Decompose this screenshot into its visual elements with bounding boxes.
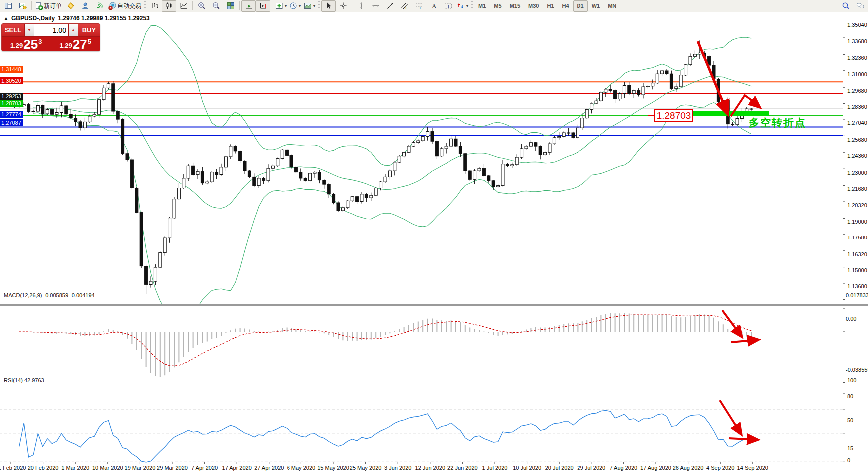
- text-icon[interactable]: A: [426, 0, 441, 12]
- mt4-terminal: 新订单自动交易▾▾▾EFAT▾M1M5M15M30H1H4D1W1MN ▲ GB…: [0, 0, 868, 472]
- price-badge: 1.31448: [0, 66, 23, 73]
- line-chart-icon: [180, 2, 188, 10]
- tf-M30[interactable]: M30: [524, 0, 543, 12]
- macd-histogram: [19, 313, 751, 377]
- chart-window-icon[interactable]: [1, 0, 15, 12]
- horizontal-line-icon[interactable]: [368, 0, 383, 12]
- crosshair-icon[interactable]: [336, 0, 350, 12]
- autotrading-button: [108, 2, 116, 10]
- symbol-period-label: GBPUSD-,Daily: [11, 15, 55, 22]
- tile-windows-icon: [227, 2, 235, 10]
- line-chart-icon[interactable]: [176, 0, 191, 12]
- auto-scroll-icon[interactable]: [241, 0, 256, 12]
- buy-price-big: 27: [73, 38, 87, 50]
- tf-M1[interactable]: M1: [474, 0, 490, 12]
- price-tick-label: 1.17680: [847, 235, 867, 240]
- channel-icon: E: [401, 2, 409, 10]
- chevron-down-icon: ▾: [285, 4, 287, 8]
- indicators-icon[interactable]: ▾: [274, 0, 288, 12]
- signals-icon[interactable]: [92, 0, 107, 12]
- tile-windows-icon[interactable]: [223, 0, 238, 12]
- volume-down-button[interactable]: ▼: [25, 24, 34, 36]
- sell-price-pip: 3: [38, 38, 42, 45]
- price-tick-label: 1.23000: [847, 170, 867, 176]
- tf-M15[interactable]: M15: [506, 0, 524, 12]
- periods-icon[interactable]: ▾: [288, 0, 302, 12]
- sep2: [192, 1, 193, 10]
- community-icon: [81, 2, 89, 10]
- sell-price-base: 1.29: [10, 42, 23, 49]
- zoom-out-icon[interactable]: [209, 0, 223, 12]
- shapes-icon[interactable]: ▾: [455, 0, 470, 12]
- auto-scroll-icon: [245, 2, 253, 10]
- price-tick-label: 1.32360: [847, 55, 867, 61]
- tf-MN[interactable]: MN: [604, 0, 620, 12]
- price-chart-canvas[interactable]: [0, 12, 868, 472]
- search-icon[interactable]: [838, 0, 853, 12]
- tf-H4[interactable]: H4: [558, 0, 573, 12]
- chart-window[interactable]: ▲ GBPUSD-,Daily 1.29746 1.29989 1.29155 …: [0, 12, 868, 472]
- chart-shift-icon[interactable]: [256, 0, 270, 12]
- svg-text:T: T: [447, 4, 450, 9]
- sell-button[interactable]: SELL: [2, 24, 25, 36]
- templates-icon[interactable]: ▾: [302, 0, 317, 12]
- trend-arrow[interactable]: [722, 310, 742, 337]
- chat-icon: [856, 2, 864, 10]
- crosshair-icon: [339, 2, 347, 10]
- date-axis-label: 27 Apr 2020: [254, 465, 284, 471]
- sep5: [352, 1, 352, 10]
- zoom-in-icon[interactable]: [194, 0, 209, 12]
- tf-H1[interactable]: H1: [543, 0, 558, 12]
- rsi-line: [19, 410, 751, 462]
- periods-icon: [289, 2, 297, 10]
- sep1: [31, 1, 32, 10]
- date-axis-label: 29 Mar 2020: [157, 465, 188, 471]
- templates-icon: [304, 2, 312, 10]
- buy-price[interactable]: 1.29 27 5: [51, 37, 100, 51]
- trendline-icon[interactable]: [383, 0, 397, 12]
- trend-arrow[interactable]: [731, 340, 758, 342]
- chevron-down-icon: ▾: [299, 4, 301, 8]
- turning-point-annotation[interactable]: 多空转折点: [749, 116, 806, 130]
- tick-chart-icon[interactable]: [15, 0, 30, 12]
- main-price-panel[interactable]: [0, 25, 843, 316]
- chat-icon[interactable]: [853, 0, 867, 12]
- vertical-line-icon[interactable]: [354, 0, 368, 12]
- price-badge: 1.29253: [0, 93, 23, 100]
- tf-M5[interactable]: M5: [490, 0, 505, 12]
- community-icon[interactable]: [78, 0, 92, 12]
- rsi-panel[interactable]: [0, 409, 843, 462]
- macd-signal-line: [19, 315, 751, 366]
- one-click-trade-panel: SELL ▼ ▲ BUY 1.29 25 3 1.29 27 5: [1, 23, 100, 51]
- label-icon[interactable]: T: [441, 0, 455, 12]
- chevron-down-icon: ▾: [466, 4, 468, 8]
- macd-panel[interactable]: [19, 313, 751, 377]
- autotrading-button[interactable]: 自动交易: [107, 0, 143, 12]
- rsi-tick-label: 0: [847, 457, 850, 463]
- macd-indicator-label: MACD(12,26,9) -0.005859 -0.004194: [4, 292, 95, 298]
- trend-arrow[interactable]: [720, 400, 741, 434]
- price-level-flag[interactable]: 1.28703: [654, 109, 693, 122]
- candlestick-chart-icon[interactable]: [162, 0, 176, 12]
- trend-arrow[interactable]: [729, 438, 758, 440]
- new-order-button[interactable]: 新订单: [33, 0, 63, 12]
- fibonacci-icon[interactable]: F: [412, 0, 426, 12]
- cursor-icon[interactable]: [321, 0, 336, 12]
- metaeditor-icon: [67, 2, 75, 10]
- collapse-panel-icon[interactable]: ▲: [4, 16, 8, 21]
- date-axis-label: 4 Sep 2020: [706, 465, 734, 471]
- volume-up-button[interactable]: ▲: [69, 24, 78, 36]
- cursor-icon: [325, 2, 333, 10]
- volume-input[interactable]: [34, 24, 69, 36]
- metaeditor-icon[interactable]: [63, 0, 78, 12]
- bar-chart-icon: [151, 2, 159, 10]
- channel-icon[interactable]: E: [397, 0, 412, 12]
- bar-chart-icon[interactable]: [147, 0, 162, 12]
- tf-D1[interactable]: D1: [573, 0, 588, 12]
- buy-button[interactable]: BUY: [78, 24, 100, 36]
- date-axis-label: 17 Aug 2020: [640, 465, 671, 471]
- sell-price[interactable]: 1.29 25 3: [2, 37, 51, 51]
- tf-W1[interactable]: W1: [588, 0, 604, 12]
- date-axis-label: 1 Mar 2020: [61, 465, 89, 471]
- svg-text:A: A: [432, 2, 437, 10]
